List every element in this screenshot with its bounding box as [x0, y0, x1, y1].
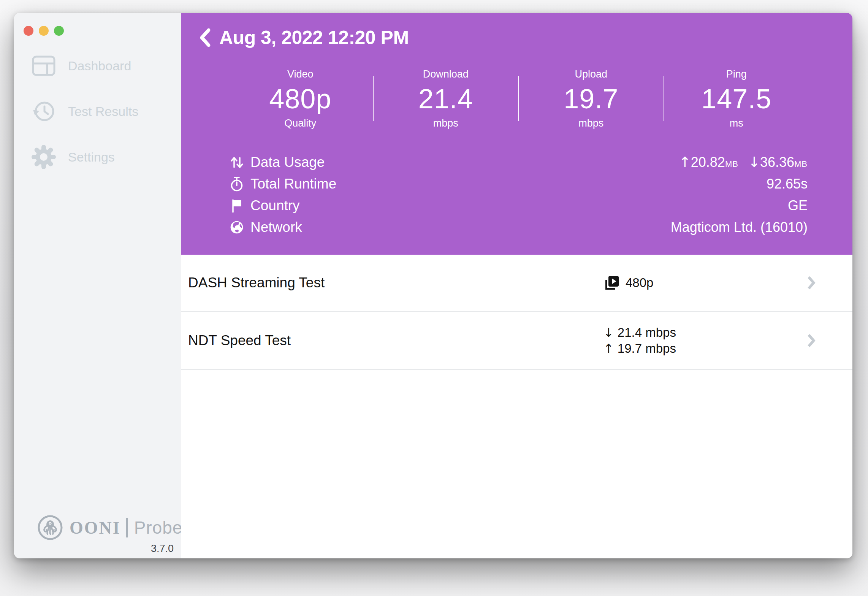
- dash-result: 480p: [603, 274, 653, 292]
- sidebar-item-label: Test Results: [68, 104, 138, 119]
- stat-video: Video 480p Quality: [228, 68, 373, 129]
- stat-label: Ping: [664, 68, 809, 80]
- detail-label: Data Usage: [250, 154, 325, 170]
- stat-value: 480p: [228, 83, 373, 114]
- history-icon: [29, 100, 58, 123]
- detail-value: ↑ 20.82 MB ↓ 36.36 MB: [679, 154, 808, 170]
- stat-label: Download: [373, 68, 519, 80]
- dash-result-value: 480p: [626, 276, 653, 290]
- test-row-ndt-speed[interactable]: NDT Speed Test ↓ 21.4 mbps ↑ 19.7 mbps: [181, 312, 852, 370]
- detail-label: Network: [250, 219, 302, 235]
- ndt-download-value: 21.4 mbps: [618, 325, 676, 340]
- stat-label: Video: [228, 68, 373, 80]
- data-usage-up-unit: MB: [725, 159, 738, 169]
- down-arrow-icon: ↓: [603, 325, 614, 340]
- sidebar-item-settings[interactable]: Settings: [29, 144, 175, 170]
- detail-country: Country GE: [228, 195, 808, 216]
- detail-value: Magticom Ltd. (16010): [671, 219, 808, 235]
- sidebar-item-label: Dashboard: [68, 59, 131, 73]
- stat-upload: Upload 19.7 mbps: [518, 68, 664, 129]
- ooni-probe-logo: OONI Probe: [37, 514, 182, 541]
- stat-value: 21.4: [373, 83, 519, 114]
- stats-row: Video 480p Quality Download 21.4 mbps Up…: [228, 68, 809, 129]
- sidebar-nav: Dashboard Test Results: [29, 53, 175, 170]
- sidebar-item-dashboard[interactable]: Dashboard: [29, 53, 175, 78]
- back-button[interactable]: [199, 28, 211, 48]
- dashboard-icon: [29, 55, 58, 76]
- logo-product-text: Probe: [134, 517, 183, 538]
- app-version: 3.7.0: [151, 543, 174, 555]
- app-window: Dashboard Test Results: [14, 13, 852, 558]
- test-row-dash-streaming[interactable]: DASH Streaming Test 480p: [181, 255, 852, 312]
- chevron-right-icon: [807, 275, 816, 290]
- minimize-window-button[interactable]: [39, 26, 49, 36]
- stat-value: 147.5: [664, 83, 809, 114]
- ndt-download: ↓ 21.4 mbps: [603, 325, 676, 340]
- swap-vertical-icon: [228, 155, 245, 170]
- up-arrow-icon: ↑: [679, 154, 691, 170]
- close-window-button[interactable]: [24, 26, 33, 36]
- stat-ping: Ping 147.5 ms: [664, 68, 809, 129]
- stat-download: Download 21.4 mbps: [373, 68, 519, 129]
- sidebar: Dashboard Test Results: [14, 13, 181, 558]
- result-title: Aug 3, 2022 12:20 PM: [219, 27, 409, 49]
- detail-label: Total Runtime: [250, 176, 336, 192]
- stat-unit: ms: [664, 117, 809, 129]
- detail-network: Network Magticom Ltd. (16010): [228, 216, 808, 238]
- zoom-window-button[interactable]: [54, 26, 64, 36]
- ooni-octopus-icon: [37, 514, 63, 541]
- logo-separator: [126, 518, 128, 537]
- data-usage-up-value: 20.82: [691, 154, 725, 170]
- data-usage-down-unit: MB: [794, 159, 808, 169]
- gear-icon: [29, 143, 58, 171]
- detail-data-usage: Data Usage ↑ 20.82 MB ↓ 36.36 MB: [228, 151, 808, 173]
- ndt-upload: ↑ 19.7 mbps: [603, 341, 676, 356]
- main-panel: Aug 3, 2022 12:20 PM Video 480p Quality …: [181, 13, 852, 558]
- flag-icon: [228, 198, 245, 213]
- globe-icon: [228, 220, 245, 235]
- stat-unit: mbps: [518, 117, 664, 129]
- ndt-results: ↓ 21.4 mbps ↑ 19.7 mbps: [603, 325, 676, 356]
- sidebar-item-test-results[interactable]: Test Results: [29, 99, 175, 124]
- test-name: NDT Speed Test: [188, 333, 291, 349]
- logo-brand-text: OONI: [70, 518, 121, 538]
- ndt-upload-value: 19.7 mbps: [618, 341, 676, 356]
- test-name: DASH Streaming Test: [188, 275, 325, 291]
- sidebar-item-label: Settings: [68, 150, 115, 165]
- detail-label: Country: [250, 198, 300, 214]
- result-header: Aug 3, 2022 12:20 PM Video 480p Quality …: [181, 13, 852, 255]
- window-controls: [24, 26, 64, 36]
- up-arrow-icon: ↑: [603, 341, 614, 356]
- video-library-icon: [603, 274, 620, 292]
- stat-label: Upload: [518, 68, 664, 80]
- data-usage-down-value: 36.36: [760, 154, 794, 170]
- detail-value: GE: [788, 198, 808, 214]
- chevron-right-icon: [807, 333, 816, 348]
- detail-value: 92.65s: [767, 176, 808, 192]
- down-arrow-icon: ↓: [748, 154, 760, 170]
- stat-value: 19.7: [518, 83, 664, 114]
- stat-unit: mbps: [373, 117, 519, 129]
- result-details: Data Usage ↑ 20.82 MB ↓ 36.36 MB: [228, 151, 808, 238]
- stopwatch-icon: [228, 176, 245, 192]
- detail-total-runtime: Total Runtime 92.65s: [228, 173, 808, 195]
- stat-unit: Quality: [228, 117, 373, 129]
